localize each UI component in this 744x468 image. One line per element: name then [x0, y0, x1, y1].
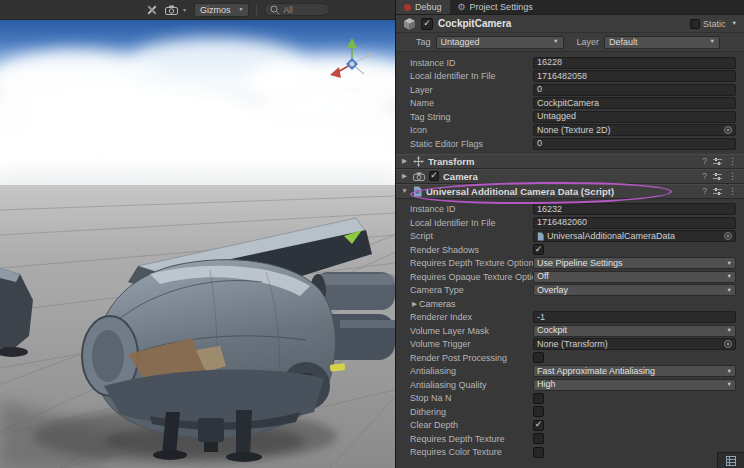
property-row: Antialiasing Quality High ▼: [396, 378, 744, 392]
scene-camera-icon[interactable]: [165, 5, 178, 15]
static-editor-flags-field[interactable]: 0: [533, 138, 736, 150]
property-row: Instance ID 16228: [396, 56, 744, 70]
property-row: Requires Depth Texture Option Use Pipeli…: [396, 257, 744, 271]
property-label: Render Shadows: [410, 245, 533, 255]
property-row: Camera Type Overlay ▼: [396, 284, 744, 298]
gizmos-button[interactable]: Gizmos ▼: [194, 3, 249, 17]
component-title: Universal Additional Camera Data (Script…: [426, 186, 698, 197]
kebab-menu-icon[interactable]: ⋮: [728, 172, 737, 181]
component-header-universal-additional-camera-data[interactable]: ▼ Universal Additional Camera Data (Scri…: [396, 184, 744, 199]
property-label: Local Identifier In File: [410, 218, 533, 228]
help-icon[interactable]: ?: [702, 187, 707, 196]
chevron-down-icon: ▼: [182, 7, 187, 13]
presets-icon[interactable]: [713, 157, 722, 166]
antialiasing-quality-dropdown[interactable]: High ▼: [533, 379, 736, 391]
property-row: Script UniversalAdditionalCameraData: [396, 230, 744, 244]
property-label: Volume Layer Mask: [410, 326, 533, 336]
chevron-down-icon: ▼: [727, 288, 732, 294]
property-label: Antialiasing: [410, 366, 533, 376]
volume-layer-mask-dropdown[interactable]: Cockpit ▼: [533, 325, 736, 337]
chevron-down-icon: ▼: [553, 39, 558, 45]
layer-dropdown[interactable]: Default ▼: [604, 36, 720, 49]
presets-icon[interactable]: [713, 187, 722, 196]
layer-field[interactable]: 0: [533, 84, 736, 96]
object-picker-icon[interactable]: [724, 340, 732, 348]
property-row: Renderer Index -1: [396, 311, 744, 325]
tag-dropdown[interactable]: Untagged ▼: [436, 36, 564, 49]
foldout-icon[interactable]: ▼: [400, 188, 409, 195]
script-object-field[interactable]: UniversalAdditionalCameraData: [533, 230, 736, 242]
property-row: Requires Opaque Texture Option Off ▼: [396, 270, 744, 284]
object-picker-icon[interactable]: [724, 126, 732, 134]
property-row: Render Shadows ✓: [396, 243, 744, 257]
transform-icon: [413, 156, 424, 167]
component-header-camera[interactable]: ▶ ✓ Camera ? ⋮: [396, 169, 744, 184]
renderer-index-field[interactable]: -1: [533, 311, 736, 323]
local-identifier-field[interactable]: 1716482058: [533, 70, 736, 82]
property-row: Local Identifier In File 1716482058: [396, 70, 744, 84]
local-identifier-field[interactable]: 1716482060: [533, 217, 736, 229]
script-icon: [413, 186, 422, 197]
foldout-icon[interactable]: ▶: [400, 158, 409, 165]
camera-type-dropdown[interactable]: Overlay ▼: [533, 284, 736, 296]
property-row: Requires Depth Texture ✓: [396, 432, 744, 446]
gameobject-enabled-checkbox[interactable]: ✓: [421, 18, 433, 30]
render-post-processing-checkbox[interactable]: ✓: [533, 352, 544, 363]
render-shadows-checkbox[interactable]: ✓: [533, 244, 544, 255]
static-dropdown[interactable]: ✓ Static ▼: [690, 19, 737, 29]
tag-string-field[interactable]: Untagged: [533, 111, 736, 123]
dithering-checkbox[interactable]: ✓: [533, 406, 544, 417]
property-row: Local Identifier In File 1716482060: [396, 216, 744, 230]
requires-depth-texture-option-dropdown[interactable]: Use Pipeline Settings ▼: [533, 257, 736, 269]
kebab-menu-icon[interactable]: ⋮: [728, 187, 737, 196]
icon-object-field[interactable]: None (Texture 2D): [533, 124, 736, 136]
presets-icon[interactable]: [713, 172, 722, 181]
grid-icon: [726, 456, 736, 466]
requires-color-texture-checkbox[interactable]: ✓: [533, 447, 544, 458]
instance-id-field[interactable]: 16228: [533, 57, 736, 69]
help-icon[interactable]: ?: [702, 157, 707, 166]
requires-depth-texture-checkbox[interactable]: ✓: [533, 433, 544, 444]
object-picker-icon[interactable]: [724, 232, 732, 240]
cameras-foldout[interactable]: Cameras: [419, 299, 456, 309]
antialiasing-dropdown[interactable]: Fast Approximate Antialiasing ▼: [533, 365, 736, 377]
chevron-down-icon: ▼: [238, 7, 243, 12]
kebab-menu-icon[interactable]: ⋮: [728, 157, 737, 166]
script-icon: [537, 232, 544, 241]
component-header-transform[interactable]: ▶ Transform ? ⋮: [396, 154, 744, 169]
property-row: Volume Trigger None (Transform): [396, 338, 744, 352]
chevron-down-icon: ▼: [727, 382, 732, 388]
search-value: All: [283, 5, 292, 15]
property-label: Requires Depth Texture: [410, 434, 533, 444]
bottom-panel-tab[interactable]: [717, 452, 744, 468]
tab-project-settings[interactable]: ⚙ Project Settings: [450, 0, 541, 14]
property-row: Requires Color Texture ✓: [396, 446, 744, 460]
foldout-icon[interactable]: ▶: [400, 173, 409, 180]
clear-depth-checkbox[interactable]: ✓: [533, 420, 544, 431]
volume-trigger-object-field[interactable]: None (Transform): [533, 338, 736, 350]
stop-nan-checkbox[interactable]: ✓: [533, 393, 544, 404]
camera-enabled-checkbox[interactable]: ✓: [429, 171, 439, 181]
chevron-down-icon: ▼: [710, 39, 715, 45]
property-row: Layer 0: [396, 83, 744, 97]
property-row: Clear Depth ✓: [396, 419, 744, 433]
name-field[interactable]: CockpitCamera: [533, 97, 736, 109]
static-checkbox[interactable]: ✓: [690, 19, 700, 29]
foldout-icon[interactable]: ▶: [410, 301, 419, 308]
property-label: Camera Type: [410, 285, 533, 295]
requires-opaque-texture-option-dropdown[interactable]: Off ▼: [533, 271, 736, 283]
property-label: Antialiasing Quality: [410, 380, 533, 390]
static-label: Static: [703, 19, 726, 29]
gizmo-persp-label: Persp: [342, 85, 363, 94]
tools-icon[interactable]: [146, 4, 158, 16]
property-label: Clear Depth: [410, 420, 533, 430]
tab-debug[interactable]: Debug: [396, 0, 450, 14]
scene-search-input[interactable]: All: [264, 3, 330, 16]
gameobject-cube-icon[interactable]: [403, 17, 416, 30]
instance-id-field[interactable]: 16232: [533, 203, 736, 215]
chevron-down-icon: ▼: [727, 328, 732, 334]
chevron-down-icon: ▼: [727, 261, 732, 267]
gizmos-label: Gizmos: [200, 5, 231, 15]
scene-viewport[interactable]: Persp: [0, 20, 395, 468]
help-icon[interactable]: ?: [702, 172, 707, 181]
